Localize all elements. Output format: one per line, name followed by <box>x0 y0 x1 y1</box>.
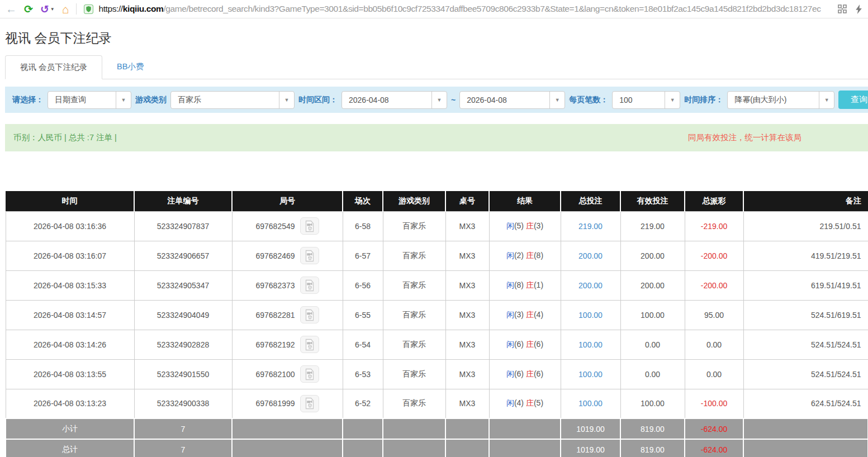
round-number: 697682469 <box>255 251 295 260</box>
cell-round: 697682100 <box>232 359 343 389</box>
cell-payout: -200.00 <box>685 270 743 300</box>
game-type-value: 百家乐 <box>171 95 279 105</box>
cell-total-bet[interactable]: 100.00 <box>561 359 620 389</box>
table-row: 2026-04-08 03:15:33523324905347697682373… <box>6 270 868 300</box>
address-bar[interactable]: https://kiqiiu.com/game/betrecord_search… <box>84 4 831 14</box>
toolbar-divider <box>76 3 77 15</box>
sum-cell-round <box>232 439 343 457</box>
round-number: 697682549 <box>255 222 295 231</box>
sum-cell-game-type <box>383 418 445 439</box>
col-header-payout: 总派彩 <box>685 191 743 211</box>
col-header-remark: 备注 <box>743 191 868 211</box>
sum-cell-game-type <box>383 439 445 457</box>
col-header-total-bet: 总投注 <box>561 191 620 211</box>
url-domain: kiqiiu.com <box>123 4 164 13</box>
cell-total-bet[interactable]: 200.00 <box>561 241 620 270</box>
cell-payout: -219.00 <box>685 211 743 241</box>
cell-total-bet[interactable]: 219.00 <box>561 211 620 241</box>
video-replay-button[interactable] <box>300 277 319 294</box>
cell-round: 697682373 <box>232 270 343 300</box>
tab-bb-tip[interactable]: BB小费 <box>102 55 158 79</box>
video-replay-button[interactable] <box>300 247 319 264</box>
date-from-value: 2026-04-08 <box>342 96 431 104</box>
bet-table: 时间注单编号局号场次游戏类别桌号结果总投注有效投注总派彩备注2026-04-08… <box>5 191 868 457</box>
cell-game-type: 百家乐 <box>383 241 445 270</box>
cell-total-bet[interactable]: 100.00 <box>561 389 620 418</box>
round-number: 697681999 <box>255 399 295 408</box>
date-mode-select[interactable]: 日期查询 ▼ <box>48 91 131 109</box>
currency-summary-text: 币别：人民币 | 总共 :7 注单 | <box>13 132 117 143</box>
sum-cell-remark <box>743 418 868 439</box>
cell-bet-id: 523324902828 <box>134 330 232 359</box>
col-header-game-type: 游戏类别 <box>383 191 445 211</box>
round-number: 697682100 <box>255 370 295 379</box>
cell-result: 闲(4) 庄(5) <box>489 389 561 418</box>
home-icon[interactable]: ⌂ <box>62 3 69 15</box>
cell-round: 697682469 <box>232 241 343 270</box>
page-size-select[interactable]: 100 ▼ <box>612 91 680 109</box>
cell-remark: 624.51/524.51 <box>743 389 868 418</box>
cell-table: MX3 <box>445 330 489 359</box>
lightning-icon[interactable] <box>855 4 862 14</box>
cell-result: 闲(6) 庄(6) <box>489 359 561 389</box>
cell-time: 2026-04-08 03:13:55 <box>6 359 134 389</box>
video-replay-icon <box>304 339 315 351</box>
tab-betting-records[interactable]: 视讯 会员下注纪录 <box>5 55 102 79</box>
sort-order-select[interactable]: 降幂(由大到小) ▼ <box>727 91 834 109</box>
col-header-time: 时间 <box>6 191 134 211</box>
undo-icon: ↺ <box>40 4 49 15</box>
cell-remark: 419.51/219.51 <box>743 241 868 270</box>
cell-remark: 524.51/619.51 <box>743 300 868 330</box>
cell-payout: -200.00 <box>685 241 743 270</box>
cell-result: 闲(6) 庄(6) <box>489 330 561 359</box>
cell-remark: 219.51/0.51 <box>743 211 868 241</box>
video-replay-button[interactable] <box>300 365 319 383</box>
sum-cell-payout: -624.00 <box>685 439 743 457</box>
tilde-separator: ~ <box>451 96 456 104</box>
cell-table: MX3 <box>445 389 489 418</box>
date-from-input[interactable]: 2026-04-08 ▼ <box>341 91 447 109</box>
cell-game-type: 百家乐 <box>383 300 445 330</box>
cell-bet-id: 523324906657 <box>134 241 232 270</box>
cell-table: MX3 <box>445 359 489 389</box>
sum-cell-time: 总计 <box>6 439 134 457</box>
qr-code-icon[interactable] <box>838 4 847 13</box>
game-type-select[interactable]: 百家乐 ▼ <box>170 91 295 109</box>
cell-round: 697682281 <box>232 300 343 330</box>
cell-round: 697682549 <box>232 211 343 241</box>
cell-result: 闲(3) 庄(4) <box>489 300 561 330</box>
cell-valid-bet: 200.00 <box>620 241 685 270</box>
cell-remark: 619.51/419.51 <box>743 270 868 300</box>
cell-time: 2026-04-08 03:15:33 <box>6 270 134 300</box>
cell-total-bet[interactable]: 100.00 <box>561 330 620 359</box>
back-icon[interactable]: ← <box>6 3 17 15</box>
cell-total-bet[interactable]: 100.00 <box>561 300 620 330</box>
game-type-label: 游戏类别 <box>135 95 167 105</box>
url-path: /game/betrecord_search/kind3?GameType=30… <box>163 4 820 13</box>
video-replay-button[interactable] <box>300 336 319 353</box>
video-replay-icon <box>304 309 315 321</box>
tab-bar: 视讯 会员下注纪录 BB小费 <box>5 55 868 79</box>
video-replay-button[interactable] <box>300 306 319 323</box>
cell-bet-id: 523324905347 <box>134 270 232 300</box>
cell-valid-bet: 100.00 <box>620 300 685 330</box>
video-replay-button[interactable] <box>300 217 319 235</box>
video-replay-icon <box>304 397 315 410</box>
round-number: 697682192 <box>255 340 295 349</box>
date-to-input[interactable]: 2026-04-08 ▼ <box>459 91 565 109</box>
cell-game-type: 百家乐 <box>383 389 445 418</box>
undo-button[interactable]: ↺ ▼ <box>40 4 55 15</box>
table-row: 2026-04-08 03:16:36523324907837697682549… <box>6 211 868 241</box>
col-header-round: 局号 <box>232 191 343 211</box>
search-button[interactable]: 查询 <box>838 91 868 109</box>
video-replay-button[interactable] <box>300 395 319 412</box>
cell-result: 闲(8) 庄(1) <box>489 270 561 300</box>
page-size-label: 每页笔数： <box>569 95 608 105</box>
cell-result: 闲(5) 庄(3) <box>489 211 561 241</box>
cell-valid-bet: 200.00 <box>620 270 685 300</box>
refresh-icon[interactable]: ⟳ <box>24 4 33 15</box>
cell-table: MX3 <box>445 211 489 241</box>
sum-cell-bet-id: 7 <box>134 439 232 457</box>
sum-cell-valid-bet: 819.00 <box>620 439 685 457</box>
cell-total-bet[interactable]: 200.00 <box>561 270 620 300</box>
